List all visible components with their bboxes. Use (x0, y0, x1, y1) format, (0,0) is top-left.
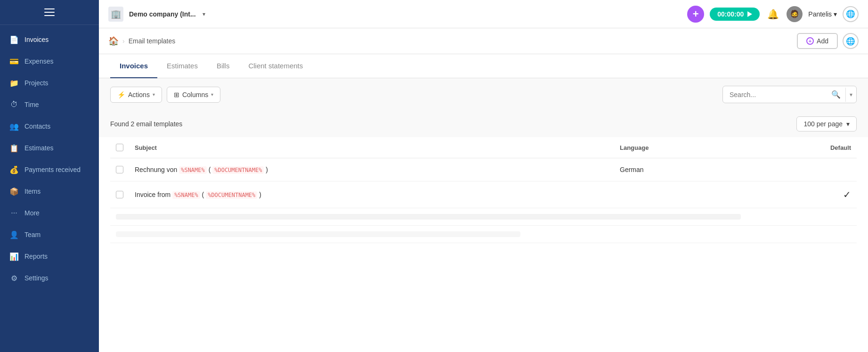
select-all-checkbox[interactable] (116, 144, 123, 151)
hamburger-icon[interactable] (44, 8, 55, 16)
tab-client-statements[interactable]: Client statements (239, 54, 312, 78)
row-1-subject: Rechnung von %SNAME% ( %DOCUMENTNAME% ) (129, 158, 614, 181)
sidebar-item-label: Expenses (24, 57, 53, 65)
row-1-tag1: %SNAME% (179, 166, 207, 174)
per-page-chevron: ▾ (846, 120, 850, 128)
tab-estimates[interactable]: Estimates (157, 54, 207, 78)
actions-button[interactable]: ⚡ Actions ▾ (110, 87, 162, 103)
add-button-label: Add (817, 37, 828, 45)
sidebar-item-time[interactable]: ⏱ Time (0, 94, 99, 115)
sidebar-item-label: Items (24, 188, 41, 195)
actions-label: Actions (128, 91, 150, 98)
sidebar-item-label: Payments received (24, 166, 81, 173)
row-2-tag1: %SNAME% (172, 191, 200, 199)
table-wrapper: Subject Language Default Rechnung von %S… (99, 137, 868, 243)
row-2-subject: Invoice from %SNAME% ( %DOCUMENTNAME% ) (129, 181, 614, 208)
sidebar-item-items[interactable]: 📦 Items (0, 180, 99, 202)
sidebar-item-label: Reports (24, 253, 48, 260)
row-1-tag2: %DOCUMENTNAME% (212, 166, 264, 174)
search-input[interactable] (723, 87, 827, 102)
timer-play-icon (747, 11, 752, 17)
invoices-icon: 📄 (9, 35, 19, 44)
global-settings-button[interactable]: 🌐 (843, 33, 859, 49)
row-2-checkbox[interactable] (116, 191, 123, 198)
items-icon: 📦 (9, 187, 19, 196)
select-all-header (110, 137, 129, 158)
skeleton-row (110, 208, 857, 226)
company-icon: 🏢 (108, 7, 123, 22)
results-bar: Found 2 email templates 100 per page ▾ (99, 111, 868, 137)
sidebar-item-label: Settings (24, 274, 49, 282)
sidebar-item-label: Team (24, 231, 41, 238)
breadcrumb-bar: 🏠 › Email templates + Add 🌐 (99, 28, 868, 54)
sidebar-item-label: Estimates (24, 144, 53, 152)
company-name: Demo company (Int... (129, 10, 196, 18)
sidebar-item-estimates[interactable]: 📋 Estimates (0, 137, 99, 159)
sidebar-item-expenses[interactable]: 💳 Expenses (0, 50, 99, 72)
main-content: 🏢 Demo company (Int... ▾ + 00:00:00 🔔 🧔 … (99, 0, 868, 352)
row-1-default (749, 158, 857, 181)
settings-icon: ⚙ (9, 273, 19, 283)
table-row[interactable]: Invoice from %SNAME% ( %DOCUMENTNAME% ) … (110, 181, 857, 208)
columns-chevron: ▾ (211, 92, 213, 97)
actions-chevron: ▾ (153, 92, 155, 97)
sidebar-item-reports[interactable]: 📊 Reports (0, 246, 99, 267)
columns-button[interactable]: ⊞ Columns ▾ (167, 87, 220, 103)
estimates-icon: 📋 (9, 143, 19, 153)
row-2-default: ✓ (749, 181, 857, 208)
quick-add-button[interactable]: + (687, 6, 704, 23)
sidebar-item-invoices[interactable]: 📄 Invoices (0, 29, 99, 50)
sidebar-top (0, 0, 99, 25)
add-template-button[interactable]: + Add (797, 33, 838, 49)
company-dropdown-chevron[interactable]: ▾ (203, 11, 205, 17)
time-icon: ⏱ (9, 100, 19, 109)
sidebar-item-label: Time (24, 101, 39, 108)
sidebar-nav: 📄 Invoices 💳 Expenses 📁 Projects ⏱ Time … (0, 25, 99, 352)
columns-icon: ⊞ (174, 91, 179, 98)
timer-button[interactable]: 00:00:00 (710, 8, 760, 21)
timer-display: 00:00:00 (717, 10, 744, 18)
home-icon[interactable]: 🏠 (108, 36, 119, 46)
sidebar-item-more[interactable]: ··· More (0, 202, 99, 224)
lightning-icon: ⚡ (117, 91, 125, 98)
expenses-icon: 💳 (9, 57, 19, 66)
sidebar-item-team[interactable]: 👤 Team (0, 224, 99, 246)
sidebar-item-projects[interactable]: 📁 Projects (0, 72, 99, 94)
skeleton-row (110, 226, 857, 243)
projects-icon: 📁 (9, 78, 19, 88)
search-button[interactable]: 🔍 (827, 86, 845, 103)
search-box: 🔍 ▾ (722, 86, 857, 103)
sidebar-item-payments-received[interactable]: 💰 Payments received (0, 159, 99, 180)
user-name[interactable]: Pantelis ▾ (808, 10, 837, 18)
sidebar-item-settings[interactable]: ⚙ Settings (0, 267, 99, 289)
breadcrumb-actions: + Add 🌐 (797, 33, 859, 49)
tab-invoices[interactable]: Invoices (110, 54, 157, 78)
results-count: Found 2 email templates (110, 120, 182, 128)
default-checkmark: ✓ (755, 189, 851, 200)
sidebar-item-contacts[interactable]: 👥 Contacts (0, 115, 99, 137)
default-column-header: Default (749, 137, 857, 158)
tabs-bar: Invoices Estimates Bills Client statemen… (99, 54, 868, 78)
row-checkbox-cell (110, 181, 129, 208)
per-page-select[interactable]: 100 per page ▾ (796, 116, 857, 131)
contacts-icon: 👥 (9, 122, 19, 131)
language-button[interactable]: 🌐 (843, 6, 859, 22)
subject-column-header: Subject (129, 137, 614, 158)
table-row[interactable]: Rechnung von %SNAME% ( %DOCUMENTNAME% ) … (110, 158, 857, 181)
content-inner: Invoices Estimates Bills Client statemen… (99, 54, 868, 352)
row-2-language (614, 181, 749, 208)
avatar: 🧔 (787, 6, 803, 22)
sidebar-item-label: Invoices (24, 36, 49, 43)
add-plus-icon: + (806, 37, 814, 45)
team-icon: 👤 (9, 230, 19, 239)
row-1-checkbox[interactable] (116, 166, 123, 173)
row-1-language: German (614, 158, 749, 181)
search-dropdown[interactable]: ▾ (845, 88, 856, 102)
payments-icon: 💰 (9, 165, 19, 174)
sidebar-item-label: Projects (24, 79, 49, 87)
notifications-button[interactable]: 🔔 (765, 7, 781, 22)
tab-bills[interactable]: Bills (207, 54, 239, 78)
sidebar-item-label: Contacts (24, 123, 50, 130)
content-area: Invoices Estimates Bills Client statemen… (99, 54, 868, 352)
toolbar: ⚡ Actions ▾ ⊞ Columns ▾ 🔍 ▾ (99, 78, 868, 111)
